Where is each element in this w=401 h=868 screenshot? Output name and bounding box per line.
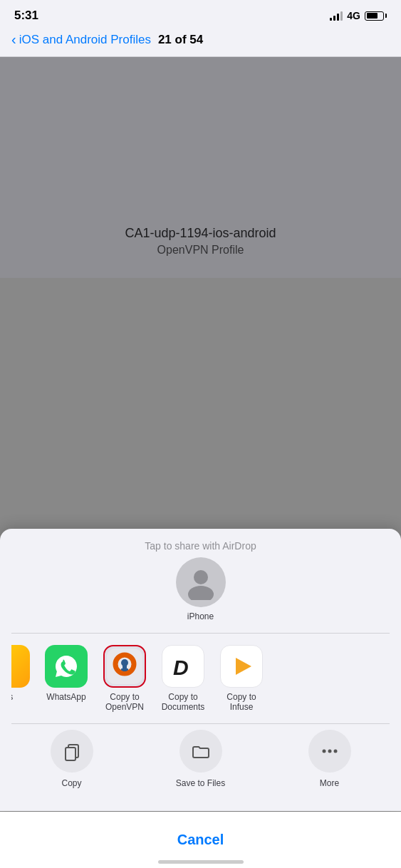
svg-point-13 xyxy=(322,750,326,753)
apps-row: es WhatsApp xyxy=(11,645,390,712)
save-files-icon-circle xyxy=(179,730,222,773)
airdrop-device-label: iPhone xyxy=(187,611,214,621)
file-name: CA1-udp-1194-ios-android xyxy=(125,226,276,241)
infuse-svg xyxy=(226,651,257,682)
svg-rect-12 xyxy=(66,748,75,760)
svg-text:D: D xyxy=(173,656,189,679)
back-button[interactable]: ‹ iOS and Android Profiles xyxy=(11,31,151,48)
whatsapp-app-item[interactable]: WhatsApp xyxy=(41,645,91,702)
openvpn-icon xyxy=(103,645,146,688)
status-time: 5:31 xyxy=(14,9,38,23)
partial-app-icon xyxy=(11,645,30,688)
actions-row: Copy Save to Files xyxy=(11,730,390,788)
copy-action-item[interactable]: Copy xyxy=(43,730,100,788)
page-position: 21 of 54 xyxy=(158,33,203,47)
cancel-button[interactable]: Cancel xyxy=(11,823,390,857)
network-type: 4G xyxy=(347,10,360,21)
svg-point-15 xyxy=(333,750,337,753)
signal-icon xyxy=(330,11,343,21)
person-icon xyxy=(183,564,219,600)
svg-point-14 xyxy=(328,750,331,753)
documents-icon: D xyxy=(162,645,204,688)
save-files-action-item[interactable]: Save to Files xyxy=(172,730,229,788)
copy-label: Copy xyxy=(61,778,81,788)
more-action-item[interactable]: More xyxy=(301,730,358,788)
partial-app-label: es xyxy=(11,692,13,702)
documents-app-item[interactable]: D Copy to Documents xyxy=(158,645,208,712)
whatsapp-icon xyxy=(45,645,88,688)
openvpn-app-item[interactable]: Copy to OpenVPN xyxy=(100,645,150,712)
infuse-icon xyxy=(220,645,263,688)
status-bar: 5:31 4G xyxy=(0,0,401,26)
save-files-icon xyxy=(191,741,211,761)
battery-icon xyxy=(365,11,387,21)
main-content: CA1-udp-1194-ios-android OpenVPN Profile xyxy=(0,57,401,278)
svg-point-1 xyxy=(188,586,214,600)
openvpn-svg xyxy=(107,649,142,684)
apps-section: es WhatsApp xyxy=(0,634,401,723)
whatsapp-svg xyxy=(53,653,79,679)
infuse-app-item[interactable]: Copy to Infuse xyxy=(217,645,266,712)
whatsapp-label: WhatsApp xyxy=(46,692,85,702)
documents-label: Copy to Documents xyxy=(162,692,205,712)
more-icon-circle xyxy=(308,730,351,773)
more-label: More xyxy=(320,778,339,788)
file-type: OpenVPN Profile xyxy=(157,244,244,257)
avatar xyxy=(176,557,226,607)
copy-icon-circle xyxy=(51,730,93,773)
airdrop-section: iPhone xyxy=(0,557,401,633)
airdrop-device-item[interactable]: iPhone xyxy=(11,557,390,621)
back-label: iOS and Android Profiles xyxy=(19,33,151,47)
home-indicator xyxy=(158,860,244,864)
nav-bar: ‹ iOS and Android Profiles 21 of 54 xyxy=(0,26,401,57)
partial-app-item: es xyxy=(11,645,33,702)
actions-section: Copy Save to Files xyxy=(0,724,401,800)
documents-svg: D xyxy=(167,651,199,682)
more-icon xyxy=(320,741,340,761)
save-files-label: Save to Files xyxy=(176,778,225,788)
airdrop-hint: Tap to share with AirDrop xyxy=(0,529,401,557)
infuse-label: Copy to Infuse xyxy=(226,692,256,712)
openvpn-label: Copy to OpenVPN xyxy=(105,692,144,712)
svg-rect-6 xyxy=(121,668,128,671)
status-icons: 4G xyxy=(330,10,387,21)
svg-point-0 xyxy=(194,570,208,584)
chevron-left-icon: ‹ xyxy=(11,31,16,48)
share-sheet: Tap to share with AirDrop iPhone es xyxy=(0,529,401,811)
copy-icon xyxy=(62,741,82,761)
